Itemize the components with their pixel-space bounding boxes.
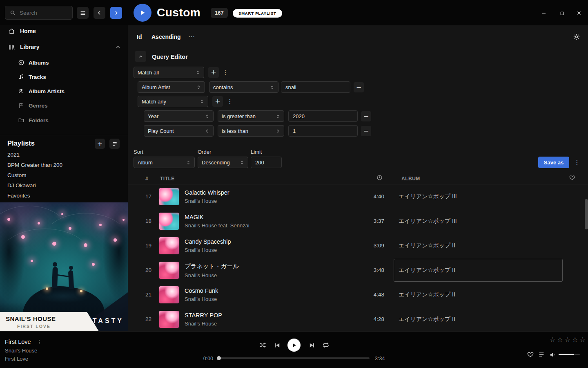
rule-group-menu-button[interactable]: ⋮ [227,96,233,107]
rule-group-menu-button[interactable]: ⋮ [223,67,228,78]
add-playlist-button[interactable]: + [95,139,105,149]
track-row[interactable]: 21 Cosmo FunkSnail’s House 4:48 エイリアン☆ポッ… [128,283,588,307]
remove-rule-button[interactable]: − [361,111,371,121]
select-value: contains [213,84,233,90]
rule-field-select[interactable]: Year [144,110,214,122]
volume-button[interactable] [549,351,556,358]
menu-button[interactable] [77,7,89,19]
rule-operator-select[interactable]: contains [209,81,278,93]
favorite-button[interactable] [527,351,534,358]
volume-slider[interactable] [559,354,580,355]
disc-icon [18,59,24,66]
library-icon [8,44,15,51]
add-rule-button[interactable]: + [208,67,219,78]
repeat-icon [322,341,330,349]
limit-input[interactable] [251,157,282,168]
order-label: Order [198,149,211,155]
search-box[interactable] [5,6,73,20]
chevron-left-icon [96,10,102,16]
track-row[interactable]: 17 Galactic WhisperSnail’s House 4:40 エイ… [128,184,588,209]
volume-fill [559,354,574,355]
unfold-icon [196,85,201,90]
seek-knob[interactable] [217,356,221,360]
playlist-item[interactable]: Custom [7,172,27,180]
match-any-select[interactable]: Match any [138,96,208,107]
maximize-button[interactable] [558,9,566,17]
limit-label: Limit [251,149,262,155]
scrollbar-thumb[interactable] [585,199,588,229]
select-value: Album Artist [142,84,170,90]
star-icon[interactable]: ☆ [557,337,564,343]
sidebar-item-tracks[interactable]: Tracks [0,71,128,83]
unfold-icon [200,99,204,104]
sidebar-item-folders[interactable]: Folders [0,114,128,126]
sort-direction-button[interactable]: Ascending [151,34,181,40]
sort-field-button[interactable]: Id [137,34,142,40]
repeat-button[interactable] [322,341,330,349]
save-as-button[interactable]: Save as [538,157,569,168]
match-all-select[interactable]: Match all [134,67,204,78]
track-row[interactable]: 18 MAGIKSnail’s House feat. Sennzai 3:37… [128,209,588,233]
sort-select[interactable]: Album [134,157,195,168]
track-artist: Snail’s House [185,247,231,253]
play-playlist-button[interactable] [134,4,151,22]
add-rule-button[interactable]: + [212,96,223,107]
track-title: プラネット・ガール [185,263,239,270]
rule-value-input[interactable] [288,125,358,137]
search-input[interactable] [20,10,65,16]
playlist-item[interactable]: DJ Okawari [7,182,36,191]
playlist-item[interactable]: 2021 [7,152,20,160]
select-value: Year [148,113,158,119]
more-options-button[interactable]: ⋯ [188,34,195,40]
rule-value-input[interactable] [288,110,358,122]
album-art-thumbnail [159,262,179,279]
star-icon[interactable]: ☆ [579,337,586,343]
rule-operator-select[interactable]: is greater than [218,110,284,122]
order-select[interactable]: Descending [198,157,248,168]
seek-bar[interactable] [218,357,370,359]
star-icon[interactable]: ☆ [572,337,579,343]
rule-operator-select[interactable]: is less than [218,125,284,137]
remove-rule-button[interactable]: − [354,82,364,92]
back-button[interactable] [94,7,105,19]
track-row[interactable]: 20 プラネット・ガールSnail’s House 3:48 エイリアン☆ポップ… [128,258,588,283]
next-button[interactable] [308,341,316,349]
sidebar-item-library[interactable]: Library [0,41,128,53]
heart-icon [527,351,534,358]
unfold-icon [186,160,191,165]
chevron-up-icon [138,54,143,59]
query-menu-button[interactable]: ⋮ [574,157,580,168]
sidebar-item-label: Albums [29,60,49,66]
rule-value-input[interactable] [281,81,350,93]
collapse-query-editor-button[interactable] [135,51,146,62]
close-button[interactable] [575,9,583,17]
sidebar-item-genres[interactable]: Genres [0,100,128,111]
artist-icon [18,88,24,94]
playlist-item[interactable]: Favorites [7,193,30,201]
next-icon [309,342,316,349]
unfold-icon [276,129,280,133]
track-row[interactable]: 22 STARRY POPSnail’s House 4:28 エイリアン☆ポッ… [128,307,588,331]
settings-button[interactable] [573,33,580,40]
forward-button[interactable] [110,7,122,19]
star-icon[interactable]: ☆ [565,337,571,343]
album-art-thumbnail [159,188,179,205]
shuffle-button[interactable] [259,341,266,349]
sidebar-item-albums[interactable]: Albums [0,57,128,68]
minimize-button[interactable] [540,9,548,17]
rule-field-select[interactable]: Play Count [144,125,214,137]
star-icon[interactable]: ☆ [550,337,556,343]
sidebar-item-album-artists[interactable]: Album Artists [0,85,128,97]
previous-button[interactable] [273,341,281,349]
queue-button[interactable] [538,351,545,358]
remove-rule-button[interactable]: − [361,126,371,136]
playlist-list-button[interactable] [109,139,120,149]
track-row[interactable]: 19 Candy SpaceshipSnail’s House 3:09 エイリ… [128,233,588,258]
playlist-item[interactable]: BPM Greater than 200 [7,162,62,170]
play-pause-button[interactable] [287,339,301,352]
now-playing-menu-button[interactable]: ⋮ [37,339,42,345]
track-album-selected-cell[interactable]: エイリアン☆ポップ II [394,259,563,282]
chevron-up-icon[interactable] [115,44,121,50]
sidebar-item-home[interactable]: Home [0,25,128,37]
rule-field-select[interactable]: Album Artist [138,81,205,93]
